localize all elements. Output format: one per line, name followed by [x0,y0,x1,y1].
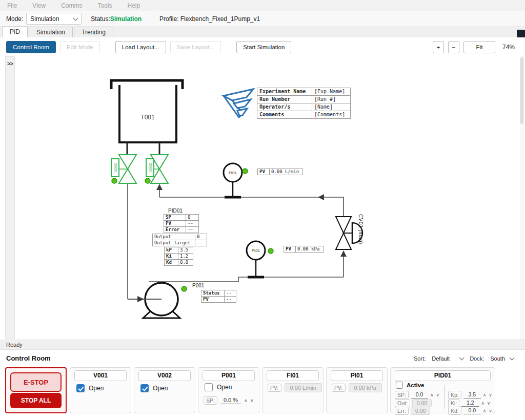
pid01-kd-up-icon[interactable]: ∧ [483,408,487,413]
pid01-out-chip: Out: [395,399,410,407]
menu-view[interactable]: View [32,2,46,9]
zoom-in-button[interactable]: + [433,41,444,53]
pid01-sp-down-icon[interactable]: ∨ [436,392,440,397]
exp-row-value[interactable]: [Name] [312,103,351,111]
status-bar: Ready [0,340,525,349]
pid01-ki-up-icon[interactable]: ∧ [481,401,484,406]
save-layout-button[interactable]: Save Layout... [170,41,221,53]
card-pid01-title: PID01 [395,370,491,381]
estop-button[interactable]: E-STOP [10,372,62,392]
v002-open-label: Open [153,385,168,392]
pi01-label: PI01 [252,248,260,253]
v002-open-checkbox[interactable] [140,384,149,392]
exp-row-value[interactable]: [Exp Name] [312,88,351,96]
pid01-sp-chip: SP: [395,391,409,399]
tab-strip: PID Simulation Trending [0,26,525,38]
p001-sp-up-icon[interactable]: ∧ [244,398,248,403]
status-value: Simulation [110,15,142,23]
menu-help[interactable]: Help [128,2,140,9]
tank-t001[interactable]: T001 [111,80,183,155]
zoom-level-label: 74% [502,44,515,51]
status-bar-text: Ready [6,342,23,348]
pid01-kp-input[interactable]: 3.5 [463,391,481,398]
zoom-out-button[interactable]: − [448,41,459,53]
sort-select[interactable]: Default [430,354,466,363]
menu-file[interactable]: File [7,2,17,9]
sidebar-expand-icon[interactable]: >> [6,60,14,67]
pid-cell: 3.5 [178,247,193,254]
main-canvas-area: >> [0,56,525,340]
pid01-active-checkbox[interactable] [396,382,403,389]
exp-row-label: Experiment Name [257,88,312,96]
pid01-ki-down-icon[interactable]: ∨ [487,401,491,406]
mode-bar: Mode: Simulation Status:Simulation Profi… [0,11,525,26]
pi01-pv-value: 0.00 kPa [349,383,382,392]
dock-select[interactable]: South [488,354,516,363]
pid01-kp-up-icon[interactable]: ∧ [483,392,487,397]
mode-label: Mode: [6,15,23,23]
menu-tools[interactable]: Tools [97,2,112,9]
tab-trending[interactable]: Trending [74,27,113,37]
valve-v002-status-dot [145,178,150,183]
pump-label: P001 [192,283,204,288]
load-layout-button[interactable]: Load Layout... [115,41,166,53]
fi01-pv-readout: PV 0.00 L/min [257,169,303,175]
pressure-indicator-pi01[interactable]: PI01 [247,241,273,277]
card-v001-title: V001 [74,370,127,381]
pid-cell: Ki [165,254,178,260]
valve-v001[interactable]: V001 [111,155,136,183]
pid01-sp-input[interactable]: 0.0 [411,391,428,398]
start-simulation-button[interactable]: Start Simulation [236,41,291,53]
pi01-pv-chip: PV: [332,384,346,392]
scrollbar-thumb[interactable] [520,57,523,124]
p001-open-checkbox[interactable] [205,383,213,391]
experiment-info-table[interactable]: Experiment Name [Exp Name] Run Number [R… [257,88,351,119]
tabstrip-corner-block [517,30,525,37]
fit-button[interactable]: Fit [463,41,495,53]
pid01-kp-down-icon[interactable]: ∨ [489,392,492,397]
mode-select[interactable]: Simulation [26,13,82,25]
pid-cell: 0 [186,215,199,221]
menu-comms[interactable]: Comms [61,2,82,9]
pid01-active-label: Active [407,382,425,388]
pid-cell: 0 [195,234,207,240]
pid01-ki-input[interactable]: 1.2 [461,400,479,407]
card-pi01: PI01 PV: 0.00 kPa [326,367,388,413]
collapsed-sidebar[interactable]: >> [5,56,15,339]
pid-cell: Output_Target [153,240,195,246]
mode-select-value: Simulation [30,15,59,23]
p001-open-label: Open [217,384,232,391]
pump-p001[interactable] [128,283,187,318]
card-pi01-title: PI01 [331,370,383,381]
pid01-sp-up-icon[interactable]: ∧ [430,392,434,397]
exp-row-value[interactable]: [Comments] [312,111,351,119]
exp-row-label: Operator/s [257,103,312,111]
tank-label: T001 [140,114,155,121]
cv01-label: CV01 (man) [358,214,364,257]
stop-all-button[interactable]: STOP ALL [10,393,62,408]
valve-v002[interactable]: V002 [145,155,168,183]
sort-select-value: Default [432,355,450,362]
pi01-status-dot [268,248,273,254]
pid-diagram-canvas[interactable]: T001 V001 V002 [15,56,519,340]
sort-label: Sort: [414,355,426,362]
p001-sp-input[interactable]: 0.0 % [220,397,241,404]
exp-row-value[interactable]: [Run #] [312,96,351,103]
panel-title: Control Room [6,354,51,362]
edit-mode-button[interactable]: Edit Mode [60,41,100,53]
valve-v001-status-dot [112,178,117,183]
card-p001-title: P001 [203,370,255,381]
control-room-panel: Control Room Sort: Default Dock: South E… [0,349,525,420]
card-v001: V001 Open [70,367,131,413]
p001-sp-down-icon[interactable]: ∨ [250,398,254,403]
pid01-sp-table: SP 0 PV -- Error -- [164,214,199,233]
pid01-kd-input[interactable]: 0.0 [463,407,481,414]
control-room-button[interactable]: Control Room [6,41,56,53]
tab-pid[interactable]: PID [2,26,28,38]
v001-open-checkbox[interactable] [76,384,85,392]
canvas-scrollbar[interactable] [520,56,524,340]
pid01-out-value: 0.00 [412,399,432,407]
pid01-kd-down-icon[interactable]: ∨ [489,408,492,413]
flow-indicator-fi01[interactable]: FI01 [224,163,248,197]
tab-simulation[interactable]: Simulation [29,27,73,37]
